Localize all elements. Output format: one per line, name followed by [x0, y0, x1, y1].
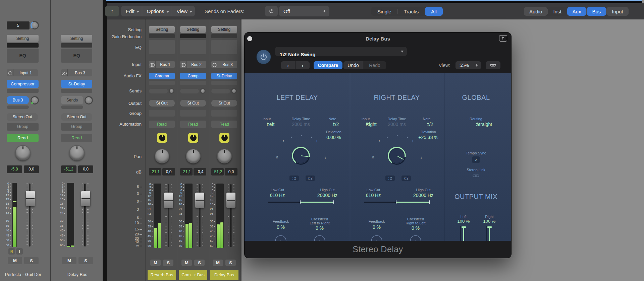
record-enable-button[interactable]: R: [8, 248, 15, 255]
view-mode-tracks[interactable]: Tracks: [398, 7, 425, 16]
fader-cap[interactable]: [226, 193, 235, 208]
sends-on-fader-indicator[interactable]: [188, 133, 198, 143]
mute-button[interactable]: M: [8, 257, 22, 264]
send-level-knob[interactable]: [231, 88, 237, 94]
feedback-value[interactable]: 0 %: [373, 224, 381, 230]
redo-button[interactable]: Redo: [363, 61, 386, 69]
sends-on-fader-indicator[interactable]: [157, 133, 167, 143]
mute-button[interactable]: M: [150, 260, 161, 266]
automation-mode-button[interactable]: Read: [149, 121, 175, 128]
crossfeed-knob[interactable]: [313, 234, 327, 241]
deviation-value[interactable]: +25.33 %: [418, 135, 438, 140]
empty-fx-slot[interactable]: [180, 81, 206, 85]
crossfeed-value[interactable]: 0 %: [316, 225, 324, 231]
route-up-button[interactable]: ↑: [105, 6, 119, 16]
high-cut-value[interactable]: 20000 Hz: [413, 193, 433, 198]
solo-button[interactable]: S: [78, 257, 93, 264]
empty-send-slot[interactable]: [7, 106, 29, 109]
output-slot[interactable]: St Out: [180, 100, 206, 107]
filter-input[interactable]: Input: [606, 7, 628, 16]
cut-range-active[interactable]: [396, 202, 430, 203]
mute-button[interactable]: M: [181, 260, 192, 266]
pan-value[interactable]: -21,1: [180, 168, 193, 175]
eq-display[interactable]: [149, 40, 175, 54]
eq-display[interactable]: EQ: [61, 49, 92, 63]
feedback-knob[interactable]: [370, 234, 384, 241]
fader-cap[interactable]: [81, 191, 90, 206]
high-cut-value[interactable]: 20000 Hz: [317, 193, 337, 198]
delay-time-knob[interactable]: [386, 145, 408, 167]
crossfeed-knob[interactable]: [409, 234, 423, 241]
input-slot[interactable]: Bus 3: [61, 69, 92, 76]
sends-on-faders-mode-select[interactable]: Off: [279, 6, 329, 16]
link-to-channel-icon[interactable]: [499, 35, 507, 42]
setting-button[interactable]: Setting: [61, 35, 92, 42]
tempo-sync-button[interactable]: ♪: [472, 156, 480, 163]
volume-value[interactable]: 0,0: [162, 168, 175, 175]
empty-fx-slot[interactable]: [211, 81, 237, 85]
view-mode-all[interactable]: All: [425, 7, 443, 16]
empty-send-slot[interactable]: [211, 89, 230, 93]
feedback-value[interactable]: 0 %: [277, 224, 285, 230]
setting-button[interactable]: Setting: [149, 26, 175, 33]
send-level-knob[interactable]: [200, 88, 206, 94]
setting-button[interactable]: Setting: [180, 26, 206, 33]
empty-send-slot[interactable]: [149, 89, 168, 93]
output-slot[interactable]: Stereo Out: [7, 113, 38, 121]
view-zoom-select[interactable]: 55%: [455, 61, 481, 69]
solo-button[interactable]: S: [163, 260, 173, 266]
filter-aux[interactable]: Aux: [567, 7, 587, 16]
solo-button[interactable]: S: [225, 260, 236, 266]
previous-preset-button[interactable]: ‹: [281, 61, 295, 69]
output-slot[interactable]: St Out: [149, 100, 175, 107]
gain-knob[interactable]: [31, 21, 39, 29]
output-left-value[interactable]: 100 %: [458, 219, 470, 224]
low-cut-value[interactable]: 610 Hz: [270, 193, 285, 198]
sends-on-fader-indicator[interactable]: [219, 133, 229, 143]
setting-button[interactable]: Setting: [7, 35, 39, 42]
next-preset-button[interactable]: ›: [296, 61, 310, 69]
volume-value[interactable]: 0,0: [24, 165, 39, 173]
view-mode-single[interactable]: Single: [371, 7, 397, 16]
feedback-knob[interactable]: [274, 234, 288, 241]
fader-cap[interactable]: [164, 193, 173, 208]
pan-value[interactable]: -21,1: [149, 168, 161, 175]
input-monitor-button[interactable]: I: [16, 248, 23, 255]
fader-cap[interactable]: [195, 193, 204, 208]
cut-range-slider[interactable]: [364, 202, 430, 203]
pan-knob[interactable]: [186, 149, 201, 163]
automation-mode-button[interactable]: Read: [211, 121, 237, 128]
automation-mode-button[interactable]: Read: [7, 134, 39, 142]
plugin-bypass-power-button[interactable]: [256, 50, 271, 64]
automation-mode-button[interactable]: Read: [180, 121, 206, 128]
setting-button[interactable]: Setting: [211, 26, 237, 33]
group-slot[interactable]: Group: [7, 123, 39, 131]
filter-audio[interactable]: Audio: [524, 7, 547, 16]
send-level-knob[interactable]: [31, 96, 39, 104]
pan-knob[interactable]: [155, 149, 169, 163]
volume-value[interactable]: 0,0: [225, 168, 237, 175]
track-name[interactable]: Delay Bus: [58, 272, 97, 277]
group-slot[interactable]: [180, 110, 206, 117]
cut-range-slider[interactable]: [268, 202, 334, 203]
pan-value[interactable]: -5,8: [7, 165, 22, 173]
fader-cap[interactable]: [26, 191, 35, 206]
solo-button[interactable]: S: [194, 260, 205, 266]
volume-value[interactable]: -0,4: [194, 168, 206, 175]
audio-fx-slot[interactable]: Compressor: [7, 80, 39, 88]
pan-value[interactable]: -51,2: [61, 165, 76, 173]
double-time-button[interactable]: x 2: [401, 175, 411, 181]
output-right-value[interactable]: 100 %: [483, 219, 496, 224]
solo-button[interactable]: S: [24, 257, 39, 264]
pan-value[interactable]: -51,2: [211, 168, 224, 175]
automation-mode-button[interactable]: Read: [61, 134, 92, 142]
side-chain-link-button[interactable]: [486, 61, 500, 69]
sends-on-faders-power-button[interactable]: [265, 6, 278, 16]
eq-display[interactable]: [211, 40, 237, 54]
delay-time-value[interactable]: 2000 ms: [292, 122, 310, 127]
audio-fx-slot[interactable]: St-Delay: [211, 73, 237, 79]
pan-knob[interactable]: [15, 145, 31, 160]
menu-edit[interactable]: Edit: [121, 6, 142, 16]
input-slot[interactable]: Bus 2: [180, 61, 206, 68]
low-cut-value[interactable]: 610 Hz: [366, 193, 381, 198]
